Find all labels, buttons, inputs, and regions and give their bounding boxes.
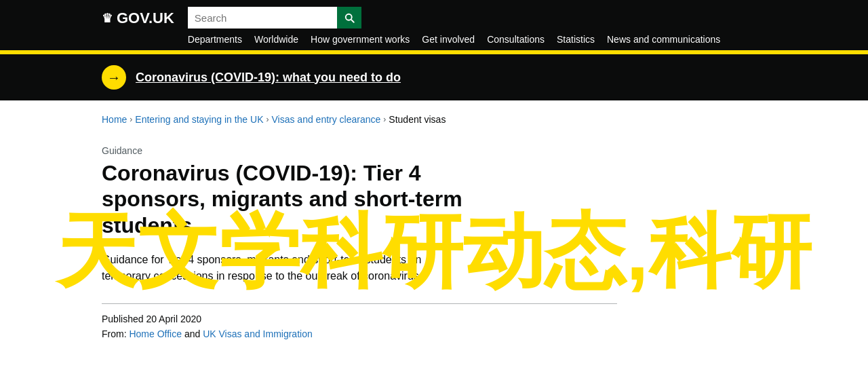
arrow-circle-icon: → [102, 65, 126, 90]
from-and: and [184, 328, 200, 339]
breadcrumb-home[interactable]: Home [102, 114, 127, 125]
page-title: Coronavirus (COVID-19): Tier 4 sponsors,… [102, 160, 522, 238]
breadcrumb-sep-3: › [383, 115, 386, 124]
search-and-nav: Departments Worldwide How government wor… [188, 7, 766, 45]
covid-banner: → Coronavirus (COVID-19): what you need … [0, 54, 868, 100]
search-button[interactable] [337, 7, 361, 29]
nav-links: Departments Worldwide How government wor… [188, 34, 766, 45]
search-input[interactable] [188, 7, 337, 29]
search-icon [343, 12, 355, 24]
breadcrumb-current: Student visas [389, 114, 446, 125]
breadcrumb: Home › Entering and staying in the UK › … [102, 114, 766, 125]
from-link-uk-visas[interactable]: UK Visas and Immigration [203, 328, 313, 339]
breadcrumb-sep-1: › [130, 115, 132, 124]
page-description: Guidance for Tier 4 sponsors, migrants a… [102, 252, 427, 284]
nav-link-worldwide[interactable]: Worldwide [254, 34, 298, 45]
breadcrumb-area: Home › Entering and staying in the UK › … [88, 102, 780, 132]
content-divider [102, 303, 617, 304]
published-row: Published 20 April 2020 [102, 314, 766, 324]
nav-link-consultations[interactable]: Consultations [487, 34, 545, 45]
nav-link-get-involved[interactable]: Get involved [422, 34, 475, 45]
search-row [188, 7, 766, 29]
covid-banner-link[interactable]: Coronavirus (COVID-19): what you need to… [136, 71, 401, 85]
published-label: Published [102, 314, 144, 324]
guidance-label: Guidance [102, 145, 766, 156]
from-label: From: [102, 328, 127, 339]
site-logo[interactable]: ♛ GOV.UK [102, 7, 174, 27]
from-row: From: Home Office and UK Visas and Immig… [102, 328, 766, 339]
breadcrumb-entering-uk[interactable]: Entering and staying in the UK [135, 114, 263, 125]
breadcrumb-visas[interactable]: Visas and entry clearance [271, 114, 380, 125]
crown-icon: ♛ [102, 11, 113, 26]
main-content: 天文学科研动态,科研 Guidance Coronavirus (COVID-1… [88, 132, 780, 371]
nav-link-news-and-communications[interactable]: News and communications [607, 34, 720, 45]
from-link-home-office[interactable]: Home Office [129, 328, 182, 339]
nav-link-how-government-works[interactable]: How government works [311, 34, 410, 45]
top-navigation: ♛ GOV.UK Departments Worldwide How gover… [0, 0, 868, 50]
nav-link-statistics[interactable]: Statistics [557, 34, 595, 45]
arrow-right-icon: → [107, 70, 121, 86]
nav-link-departments[interactable]: Departments [188, 34, 242, 45]
breadcrumb-sep-2: › [266, 115, 269, 124]
published-date-value: 20 April 2020 [146, 314, 201, 324]
site-title: GOV.UK [117, 10, 174, 27]
